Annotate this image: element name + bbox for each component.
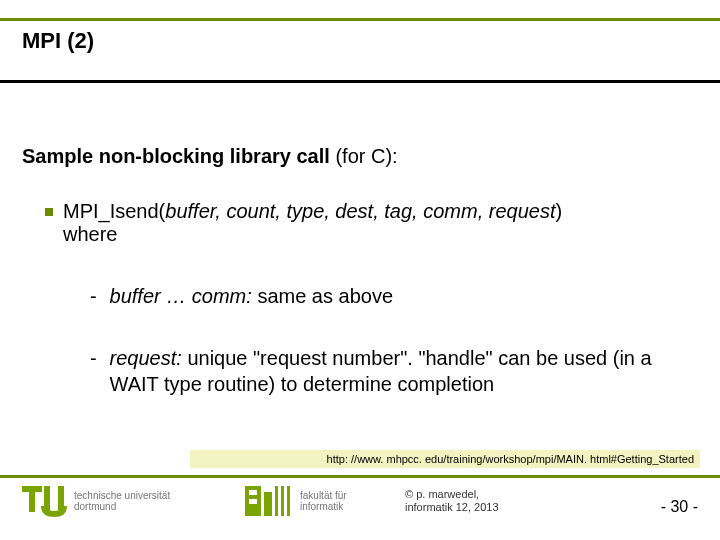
dash-bullet-icon: -: [90, 285, 104, 308]
uni-line1: technische universität: [74, 490, 170, 501]
page-num: 30: [670, 498, 688, 515]
svg-rect-8: [264, 486, 272, 492]
page-suffix: -: [688, 498, 698, 515]
sub-bullet-a: - buffer … comm: same as above: [90, 285, 680, 308]
sub-b-italic: request:: [110, 347, 182, 369]
faculty-name: fakultät für informatik: [300, 490, 347, 512]
bullet1-line2: where: [63, 223, 680, 246]
sub-bullet-b: - request: unique "request number". "han…: [90, 345, 680, 397]
svg-rect-10: [281, 486, 284, 516]
source-url: http: //www. mhpcc. edu/training/worksho…: [190, 450, 700, 468]
subtitle-rest: (for C):: [330, 145, 398, 167]
square-bullet-icon: [45, 208, 53, 216]
bullet-level1: MPI_Isend(buffer, count, type, dest, tag…: [45, 200, 680, 246]
bottom-accent-bar: [0, 475, 720, 478]
svg-rect-1: [29, 486, 35, 512]
sub-a-italic: buffer … comm:: [110, 285, 252, 307]
top-accent-bar: [0, 18, 720, 21]
sub-b-text: request: unique "request number". "handl…: [110, 345, 670, 397]
svg-rect-9: [275, 486, 278, 516]
subtitle: Sample non-blocking library call (for C)…: [22, 145, 398, 168]
university-name: technische universität dortmund: [74, 490, 170, 512]
bullet1-prefix: MPI_Isend(: [63, 200, 165, 222]
footer: technische universität dortmund fakultät…: [0, 484, 720, 534]
svg-rect-11: [287, 486, 290, 516]
fac-line1: fakultät für: [300, 490, 347, 501]
dash-bullet-icon: -: [90, 345, 104, 371]
page-prefix: -: [661, 498, 671, 515]
fac-line2: informatik: [300, 501, 343, 512]
svg-rect-6: [249, 499, 257, 504]
title-underline-bar: [0, 80, 720, 83]
sub-b-rest: unique "request number". "handle" can be…: [110, 347, 652, 395]
subtitle-bold: Sample non-blocking library call: [22, 145, 330, 167]
svg-rect-5: [249, 490, 257, 495]
faculty-logo-icon: [245, 486, 295, 516]
bullet1-suffix: ): [555, 200, 562, 222]
page-number: - 30 -: [661, 498, 698, 516]
bullet1-params: buffer, count, type, dest, tag, comm, re…: [165, 200, 555, 222]
slide-title: MPI (2): [22, 28, 94, 54]
slide-container: MPI (2) Sample non-blocking library call…: [0, 0, 720, 540]
uni-line2: dortmund: [74, 501, 116, 512]
sub-a-rest: same as above: [252, 285, 393, 307]
copyright: © p. marwedel, informatik 12, 2013: [405, 488, 499, 514]
copy-line1: © p. marwedel,: [405, 488, 479, 500]
tu-dortmund-logo-icon: [22, 484, 68, 518]
copy-line2: informatik 12, 2013: [405, 501, 499, 513]
